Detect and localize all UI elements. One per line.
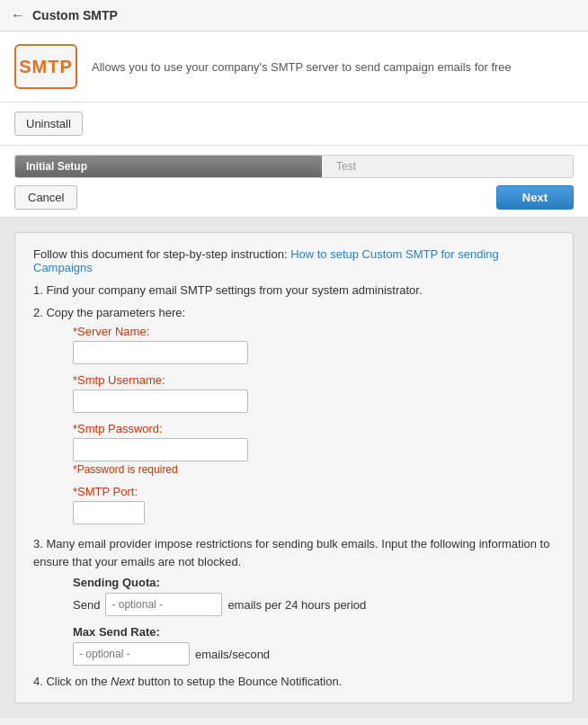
- sending-quota-group: Sending Quota: Send emails per 24 hours …: [73, 576, 555, 616]
- step1-text: 1. Find your company email SMTP settings…: [33, 283, 555, 297]
- step4-prefix: 4. Click on the: [33, 675, 111, 688]
- smtp-username-input[interactable]: [73, 389, 248, 413]
- max-send-rate-row: emails/second: [73, 642, 555, 666]
- instruction-prefix: Follow this document for step-by-step in…: [33, 247, 290, 261]
- password-error: *Password is required: [73, 463, 555, 476]
- action-bar: Cancel Next: [0, 178, 588, 218]
- emails-per-second-label: emails/second: [195, 648, 270, 661]
- smtp-port-input[interactable]: [73, 501, 145, 524]
- progress-step-test: Test: [322, 156, 573, 177]
- smtp-port-label: *SMTP Port:: [73, 485, 555, 498]
- smtp-logo: SMTP: [14, 44, 77, 89]
- uninstall-area: Uninstall: [0, 103, 588, 146]
- send-label: Send: [73, 598, 100, 612]
- sending-quota-label: Sending Quota:: [73, 576, 555, 589]
- server-name-group: *Server Name:: [73, 325, 555, 364]
- progress-bar: Initial Setup Test: [14, 155, 574, 178]
- step2-text: 2. Copy the parameters here:: [33, 306, 555, 319]
- header: ← Custom SMTP: [0, 0, 588, 31]
- step3-prefix: 3. Many email provider impose restrictio…: [33, 537, 549, 568]
- step3-text: 3. Many email provider impose restrictio…: [33, 535, 555, 570]
- smtp-username-label: *Smtp Username:: [73, 373, 555, 387]
- step4-suffix: button to setup the Bounce Notification.: [135, 675, 343, 688]
- next-button[interactable]: Next: [496, 185, 574, 210]
- instruction-line: Follow this document for step-by-step in…: [33, 247, 555, 274]
- max-send-rate-group: Max Send Rate: emails/second: [73, 625, 555, 666]
- server-name-input[interactable]: [73, 341, 248, 364]
- main-content: Follow this document for step-by-step in…: [0, 218, 588, 718]
- step4-italic: Next: [111, 675, 135, 688]
- cancel-button[interactable]: Cancel: [14, 185, 77, 210]
- smtp-password-label: *Smtp Password:: [73, 422, 555, 435]
- back-button[interactable]: ←: [11, 7, 25, 23]
- sending-quota-input[interactable]: [105, 593, 222, 616]
- step4-text: 4. Click on the Next button to setup the…: [33, 675, 555, 688]
- server-name-label: *Server Name:: [73, 325, 555, 338]
- max-send-rate-label: Max Send Rate:: [73, 625, 555, 639]
- emails-per-period-label: emails per 24 hours period: [227, 598, 366, 612]
- logo-description: Allows you to use your company's SMTP se…: [92, 60, 512, 74]
- smtp-password-input[interactable]: [73, 438, 248, 461]
- page-title: Custom SMTP: [32, 8, 118, 22]
- sending-quota-row: Send emails per 24 hours period: [73, 593, 555, 616]
- smtp-logo-text: SMTP: [19, 57, 73, 77]
- progress-step-initial: Initial Setup: [15, 156, 322, 177]
- logo-area: SMTP Allows you to use your company's SM…: [0, 31, 588, 103]
- smtp-password-group: *Smtp Password: *Password is required: [73, 422, 555, 476]
- uninstall-button[interactable]: Uninstall: [14, 112, 83, 136]
- progress-area: Initial Setup Test: [0, 146, 588, 178]
- smtp-port-group: *SMTP Port:: [73, 485, 555, 524]
- smtp-username-group: *Smtp Username:: [73, 373, 555, 413]
- content-box: Follow this document for step-by-step in…: [14, 232, 574, 703]
- step3-suffix: emails are not blocked.: [121, 555, 242, 568]
- max-send-rate-input[interactable]: [73, 642, 190, 666]
